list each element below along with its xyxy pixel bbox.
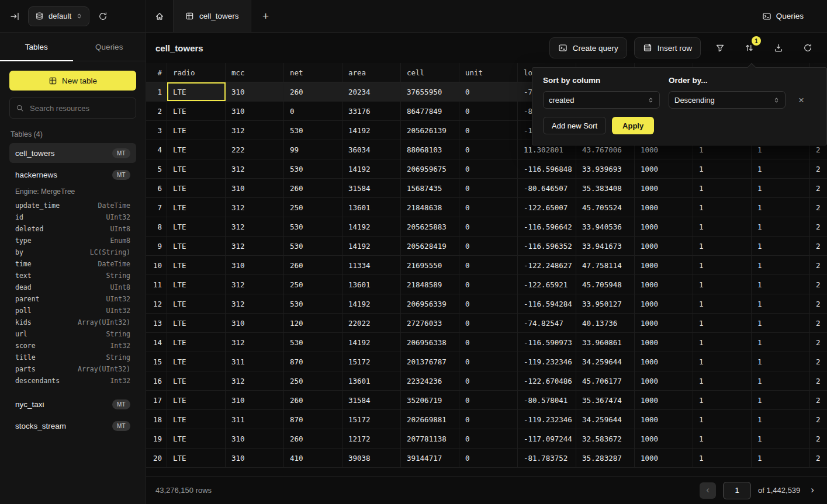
row-index[interactable]: 9 (146, 237, 167, 255)
table-cell[interactable]: 0 (459, 352, 518, 371)
table-row[interactable]: 18LTE311870151722026698810-119.23234634.… (146, 410, 827, 429)
table-cell[interactable]: 1 (693, 391, 752, 409)
table-cell[interactable]: 45.706177 (576, 371, 635, 390)
table-cell[interactable]: 0 (284, 102, 342, 120)
table-cell[interactable]: 27276033 (401, 314, 459, 332)
table-cell[interactable]: LTE (167, 449, 226, 467)
table-cell[interactable]: 312 (226, 121, 284, 140)
table-cell[interactable]: 1 (693, 179, 752, 197)
table-cell[interactable]: 311 (226, 352, 284, 371)
row-index[interactable]: 19 (146, 429, 167, 448)
table-cell[interactable]: 1 (752, 198, 810, 217)
table-cell[interactable]: 1 (752, 391, 810, 409)
row-index[interactable]: 14 (146, 333, 167, 352)
table-cell[interactable]: 870 (284, 352, 342, 371)
table-cell[interactable]: LTE (167, 140, 226, 159)
table-cell[interactable]: 2 (810, 371, 827, 390)
table-cell[interactable]: 1000 (635, 429, 693, 448)
filter-button[interactable] (710, 38, 730, 58)
row-index[interactable]: 7 (146, 198, 167, 217)
table-cell[interactable]: LTE (167, 352, 226, 371)
table-cell[interactable]: 33.941673 (576, 237, 635, 255)
table-cell[interactable]: 0 (459, 256, 518, 274)
table-cell[interactable]: 45.705948 (576, 275, 635, 294)
table-cell[interactable]: 1000 (635, 256, 693, 274)
table-cell[interactable]: 1000 (635, 217, 693, 236)
table-cell[interactable]: LTE (167, 333, 226, 352)
table-cell[interactable]: 33.950127 (576, 294, 635, 313)
prev-page-button[interactable]: ‹ (700, 482, 716, 499)
table-cell[interactable]: 13601 (342, 198, 401, 217)
table-cell[interactable]: 312 (226, 237, 284, 255)
table-cell[interactable]: 1 (693, 294, 752, 313)
table-cell[interactable]: 2 (810, 352, 827, 371)
table-cell[interactable]: 14192 (342, 237, 401, 255)
sidebar-tab-tables[interactable]: Tables (0, 33, 73, 61)
table-cell[interactable]: 0 (459, 82, 518, 101)
table-cell[interactable]: 1 (693, 256, 752, 274)
table-cell[interactable]: 88068103 (401, 140, 459, 159)
table-cell[interactable]: 0 (459, 159, 518, 178)
table-cell[interactable]: 1000 (635, 371, 693, 390)
table-cell[interactable]: 0 (459, 237, 518, 255)
table-cell[interactable]: 2 (810, 275, 827, 294)
remove-sort-button[interactable]: × (795, 95, 808, 106)
table-cell[interactable]: LTE (167, 237, 226, 255)
table-cell[interactable]: 310 (226, 314, 284, 332)
table-cell[interactable]: 1 (752, 429, 810, 448)
table-cell[interactable]: -80.578041 (518, 391, 576, 409)
table-cell[interactable]: -116.590973 (518, 333, 576, 352)
table-cell[interactable]: 2 (810, 294, 827, 313)
table-cell[interactable]: 14192 (342, 159, 401, 178)
table-cell[interactable]: 1 (693, 237, 752, 255)
row-index[interactable]: 4 (146, 140, 167, 159)
table-cell[interactable]: 205625883 (401, 217, 459, 236)
table-cell[interactable]: -122.670486 (518, 371, 576, 390)
table-cell[interactable]: 15172 (342, 352, 401, 371)
table-cell[interactable]: 13601 (342, 275, 401, 294)
table-cell[interactable]: 1000 (635, 275, 693, 294)
table-cell[interactable]: 21695550 (401, 256, 459, 274)
table-row[interactable]: 16LTE31225013601223242360-122.67048645.7… (146, 371, 827, 391)
table-row[interactable]: 8LTE312530141922056258830-116.59664233.9… (146, 217, 827, 237)
table-row[interactable]: 17LTE31026031584352067190-80.57804135.36… (146, 391, 827, 410)
table-cell[interactable]: 35.283287 (576, 449, 635, 467)
table-cell[interactable]: LTE (167, 198, 226, 217)
table-cell[interactable]: 2 (810, 179, 827, 197)
table-cell[interactable]: 310 (226, 256, 284, 274)
table-cell[interactable]: 206956338 (401, 333, 459, 352)
apply-sort-button[interactable]: Apply (612, 117, 654, 134)
table-cell[interactable]: LTE (167, 256, 226, 274)
table-cell[interactable]: 312 (226, 198, 284, 217)
table-cell[interactable]: 1 (752, 294, 810, 313)
table-cell[interactable]: 530 (284, 217, 342, 236)
table-cell[interactable]: 14192 (342, 333, 401, 352)
table-cell[interactable]: 250 (284, 275, 342, 294)
table-cell[interactable]: 12172 (342, 429, 401, 448)
row-index[interactable]: 8 (146, 217, 167, 236)
table-cell[interactable]: 1 (752, 449, 810, 467)
table-cell[interactable]: 35206719 (401, 391, 459, 409)
table-cell[interactable]: 2 (810, 314, 827, 332)
sidebar-table-cell_towers[interactable]: cell_towersMT (9, 143, 136, 163)
table-cell[interactable]: 1000 (635, 314, 693, 332)
row-index[interactable]: 11 (146, 275, 167, 294)
table-cell[interactable]: LTE (167, 217, 226, 236)
table-cell[interactable]: 31584 (342, 179, 401, 197)
table-cell[interactable]: 870 (284, 410, 342, 429)
table-cell[interactable]: 31584 (342, 391, 401, 409)
table-cell[interactable]: 312 (226, 333, 284, 352)
column-header[interactable]: area (342, 63, 401, 82)
table-row[interactable]: 5LTE312530141922069596750-116.59684833.9… (146, 159, 827, 179)
table-cell[interactable]: -119.232346 (518, 352, 576, 371)
create-query-button[interactable]: Create query (549, 37, 627, 58)
table-cell[interactable]: 250 (284, 371, 342, 390)
table-cell[interactable]: 310 (226, 429, 284, 448)
table-cell[interactable]: -122.248627 (518, 256, 576, 274)
insert-row-button[interactable]: Insert row (634, 37, 701, 58)
table-cell[interactable]: 530 (284, 121, 342, 140)
table-cell[interactable]: 0 (459, 391, 518, 409)
table-cell[interactable]: 33176 (342, 102, 401, 120)
table-cell[interactable]: 310 (226, 179, 284, 197)
table-cell[interactable]: 312 (226, 275, 284, 294)
